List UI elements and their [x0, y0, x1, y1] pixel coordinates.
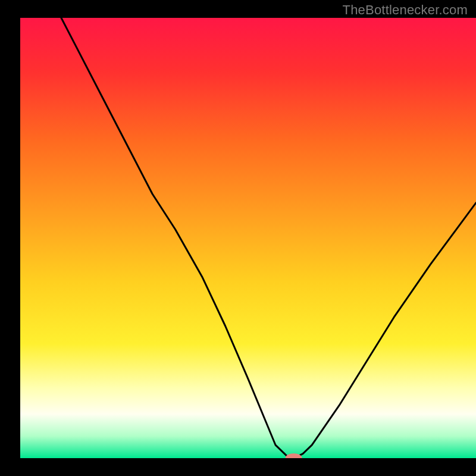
chart-container: TheBottlenecker.com: [0, 0, 476, 476]
bottleneck-chart: [0, 0, 476, 476]
plot-background: [20, 18, 476, 458]
watermark-text: TheBottlenecker.com: [343, 2, 468, 18]
